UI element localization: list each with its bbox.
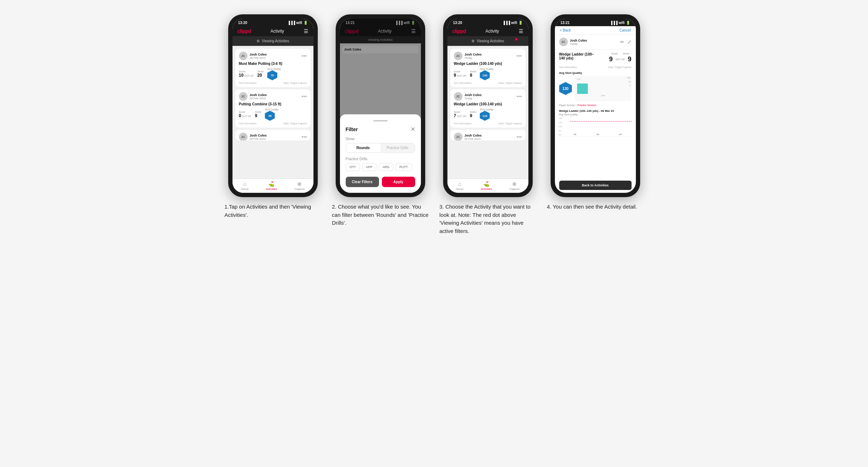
card-dots-3-2[interactable]: ••• [517,94,522,99]
app-header-title-1: Activity [270,29,284,34]
apply-button[interactable]: Apply [382,177,415,187]
filter-title: Filter [346,127,358,132]
footer-right-3-1: Data: Clippd Capture [498,82,522,84]
avatar-1-3: JC [239,133,248,140]
shots-group-3-2: Shots 9 [470,111,476,118]
modal-header: Filter ✕ [346,126,415,133]
banner-text-1: Viewing Activities [262,39,289,43]
activity-scroll-3: JC Josh Coles Today ••• Wedge Ladder (10… [447,46,528,178]
capture-icon-3: ⊕ [512,181,517,187]
banner-icon-3: ⚙ [471,39,475,43]
activity-card-3-1[interactable]: JC Josh Coles Today ••• Wedge Ladder (10… [450,49,526,87]
sq-group-1-2: Shot Quality 45 [265,108,278,121]
activities-label-1: Activities [266,187,277,191]
drill-chips: OTT APP ARG PUTT [346,163,415,171]
nav-capture-3[interactable]: ⊕ Capture [509,181,519,191]
banner-text-3: Viewing Activities [477,39,504,43]
battery-icon-3: 🔋 [518,21,523,25]
phone-screen-3: 13:20 ▐▐▐ wifi 🔋 clippd Activity ☰ ⚙ [447,19,528,193]
time-1: 13:20 [238,21,248,25]
back-button[interactable]: < Back [560,28,571,32]
close-filter-button[interactable]: ✕ [411,126,415,133]
user-date-3-3: 28 Feb 2023 [465,137,482,140]
app-header-title-3: Activity [485,29,499,34]
chip-arg[interactable]: ARG [379,163,394,171]
card-dots-3-1[interactable]: ••• [517,53,522,59]
phone-frame-4: 13:21 ▐▐▐ wifi 🔋 < Back Cancel JC [551,14,640,197]
edit-icon[interactable]: ✏ [620,39,624,45]
cancel-button[interactable]: Cancel [619,28,630,32]
banner-icon-1: ⚙ [256,39,260,43]
battery-icon-4: 🔋 [626,21,630,25]
modal-buttons: Clear Filters Apply [346,177,415,187]
chart-bar-app [577,84,588,94]
card-stats-1-1: Score 10 OUT OF Shots 20 [239,68,307,80]
user-info-3-1: JC Josh Coles Today [454,52,482,60]
chip-app[interactable]: APP [362,163,377,171]
activity-card-1-3[interactable]: JC Josh Coles 28 Feb 2023 ••• [235,130,311,140]
card-title-1-1: Must Make Putting (3-6 ft) [239,62,307,66]
viewing-banner-1[interactable]: ⚙ Viewing Activities [232,36,313,46]
wifi-icon: wifi [296,21,302,25]
menu-icon-1[interactable]: ☰ [304,28,308,34]
phone-column-4: 13:21 ▐▐▐ wifi 🔋 < Back Cancel JC [547,14,644,211]
phone-column-3: 13:20 ▐▐▐ wifi 🔋 clippd Activity ☰ ⚙ [440,14,536,235]
sq-hex-1-1: 75 [267,70,277,80]
shots-value-3-1: 9 [470,73,476,78]
capture-label-3: Capture [509,187,519,191]
caption-1: 1.Tap on Activities and then 'Viewing Ac… [225,203,321,219]
nav-home-3[interactable]: ⌂ Home [456,181,464,191]
user-date-1-3: 28 Feb 2023 [250,137,267,140]
signal-icon-3: ▐▐▐ [503,21,510,25]
shots-group-1-1: Shots 20 [257,70,264,78]
activity-card-1-2[interactable]: JC Josh Coles 28 Feb 2023 ••• Putting Co… [235,89,311,128]
viewing-banner-3[interactable]: ⚙ Viewing Activities [447,36,528,46]
detail-header: < Back Cancel [555,26,636,35]
back-activities-button[interactable]: Back to Activities [559,181,632,190]
card-header-3-3: JC Josh Coles 28 Feb 2023 ••• [454,133,522,140]
app-header-3: clippd Activity ☰ [447,26,528,36]
sq-hex-3-1: 130 [480,70,490,80]
menu-icon-3[interactable]: ☰ [519,28,523,34]
detail-user-name: Josh Coles [570,39,587,42]
avatar-1-1: JC [239,52,248,60]
activity-card-1-1[interactable]: JC Josh Coles 28 Feb 2023 ••• Must Make … [235,49,311,87]
user-name-1-3: Josh Coles [250,134,267,137]
score-group-3-2: Score 7 OUT OF [454,111,466,118]
activity-card-3-2[interactable]: JC Josh Coles Today ••• Wedge Ladder (10… [450,89,526,128]
status-icons-4: ▐▐▐ wifi 🔋 [610,21,630,25]
session-title: Wedge Ladder (100–140 yds) - 06 Mar 23 [559,109,632,113]
card-dots-1-2[interactable]: ••• [302,94,307,99]
user-date-1-1: 28 Feb 2023 [250,56,267,59]
clear-filters-button[interactable]: Clear Filters [346,177,379,187]
sq-label-3-1: Shot Quality [480,68,493,70]
user-info-1-2: JC Josh Coles 28 Feb 2023 [239,92,267,101]
chip-ott[interactable]: OTT [346,163,360,171]
user-info-1-3: JC Josh Coles 28 Feb 2023 [239,133,267,140]
nav-activities-1[interactable]: ⛳ Activities [266,181,277,191]
nav-activities-3[interactable]: ⛳ Activities [481,181,492,191]
phone-frame-1: 13:20 ▐▐▐ wifi 🔋 clippd Activity ☰ ⚙ [228,14,318,197]
expand-icon[interactable]: ⤢ [627,39,632,45]
card-dots-1-1[interactable]: ••• [302,53,307,59]
avatar-3-1: JC [454,52,462,60]
activity-card-3-3[interactable]: JC Josh Coles 28 Feb 2023 ••• [450,130,526,140]
chip-putt[interactable]: PUTT [395,163,412,171]
nav-home-1[interactable]: ⌂ Home [241,181,249,191]
home-label-1: Home [241,187,249,191]
notch-3 [475,19,500,25]
sq-label-1-2: Shot Quality [265,108,278,111]
phone-column-1: 13:20 ▐▐▐ wifi 🔋 clippd Activity ☰ ⚙ [225,14,321,219]
detail-out-of: OUT OF [615,58,625,61]
shots-value-1-2: 9 [255,113,262,118]
bar-chart-section: Wedge Ladder (100–140 yds) - 06 Mar 23 A… [559,109,632,137]
shots-group-1-2: Shots 9 [255,111,262,118]
nav-capture-1[interactable]: ⊕ Capture [294,181,304,191]
card-header-1-2: JC Josh Coles 28 Feb 2023 ••• [239,92,307,101]
user-name-3-1: Josh Coles [465,53,482,56]
sq-hex-1-2: 45 [265,111,275,121]
status-bar-3: 13:20 ▐▐▐ wifi 🔋 [447,19,528,26]
practice-drills-toggle[interactable]: Practice Drills [380,143,415,152]
rounds-toggle[interactable]: Rounds [346,143,380,152]
avatar-3-3: JC [454,133,462,140]
